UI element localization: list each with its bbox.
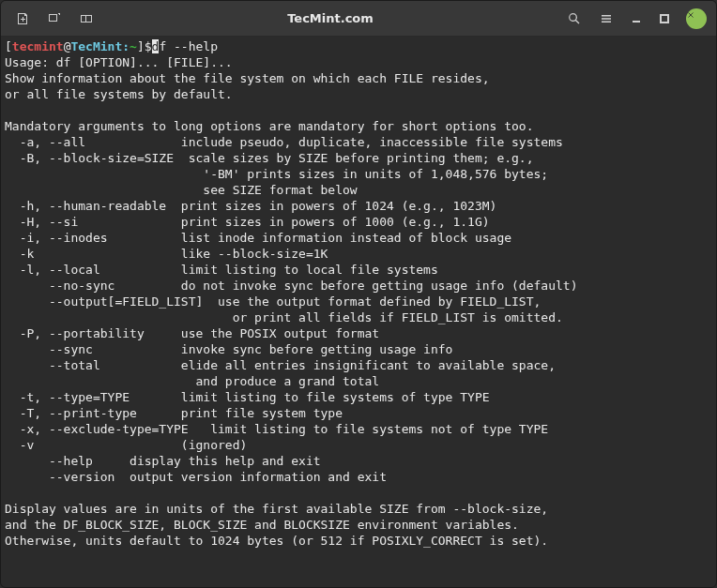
- output-line: -v (ignored): [5, 438, 247, 452]
- new-window-button[interactable]: [40, 5, 69, 33]
- output-line: and produce a grand total: [5, 374, 379, 388]
- output-line: --sync invoke sync before getting usage …: [5, 342, 452, 356]
- close-button[interactable]: [686, 8, 707, 29]
- prompt-user: tecmint: [12, 39, 64, 53]
- output-line: or all file systems by default.: [5, 87, 233, 101]
- maximize-button[interactable]: [652, 7, 677, 31]
- output-line: -T, --print-type print file system type: [5, 406, 343, 420]
- window-titlebar: TecMint.com: [1, 1, 716, 37]
- output-line: and the DF_BLOCK_SIZE, BLOCK_SIZE and BL…: [5, 518, 519, 532]
- minimize-button[interactable]: [624, 7, 648, 31]
- prompt-host: TecMint:: [70, 39, 130, 53]
- output-line: -a, --all include pseudo, duplicate, ina…: [5, 135, 563, 149]
- output-line: -i, --inodes list inode information inst…: [5, 231, 511, 245]
- output-line: -l, --local limit listing to local file …: [5, 263, 438, 277]
- output-line: '-BM' prints sizes in units of 1,048,576…: [5, 167, 548, 181]
- prompt-path: ~: [130, 39, 137, 53]
- toggle-view-button[interactable]: [72, 5, 100, 33]
- search-button[interactable]: [560, 5, 588, 33]
- svg-rect-1: [661, 15, 668, 23]
- output-line: Display values are in units of the first…: [5, 502, 548, 516]
- output-line: or print all fields if FIELD_LIST is omi…: [5, 310, 563, 324]
- output-line: --output[=FIELD_LIST] use the output for…: [5, 294, 541, 309]
- output-line: --no-sync do not invoke sync before gett…: [5, 279, 577, 293]
- output-line: Show information about the file system o…: [5, 71, 490, 85]
- output-line: -k like --block-size=1K: [5, 247, 328, 261]
- prompt-bracket-close: ]: [137, 39, 145, 53]
- menu-button[interactable]: [592, 5, 620, 33]
- prompt-dollar: $: [145, 39, 152, 53]
- new-tab-button[interactable]: [8, 5, 37, 33]
- titlebar-right-group: [560, 5, 709, 33]
- output-line: -h, --human-readable print sizes in powe…: [5, 199, 496, 213]
- output-line: Usage: df [OPTION]... [FILE]...: [5, 55, 233, 69]
- output-line: Mandatory arguments to long options are …: [5, 119, 534, 133]
- output-line: -x, --exclude-type=TYPE limit listing to…: [5, 422, 548, 436]
- output-line: Otherwise, units default to 1024 bytes (…: [5, 534, 548, 548]
- output-line: --total elide all entries insignificant …: [5, 358, 556, 372]
- output-line: -B, --block-size=SIZE scale sizes by SIZ…: [5, 151, 534, 165]
- command-text: f --help: [159, 39, 218, 53]
- prompt-bracket-open: [: [5, 39, 12, 53]
- output-line: -H, --si print sizes in powers of 1000 (…: [5, 215, 490, 229]
- output-line: -P, --portability use the POSIX output f…: [5, 326, 379, 340]
- output-line: --version output version information and…: [5, 470, 387, 484]
- window-title: TecMint.com: [100, 11, 560, 25]
- output-line: -t, --type=TYPE limit listing to file sy…: [5, 390, 490, 404]
- titlebar-left-group: [8, 5, 100, 33]
- output-line: see SIZE format below: [5, 183, 358, 197]
- terminal-content[interactable]: [tecmint@TecMint:~]$df --help Usage: df …: [1, 37, 716, 550]
- output-line: --help display this help and exit: [5, 454, 321, 468]
